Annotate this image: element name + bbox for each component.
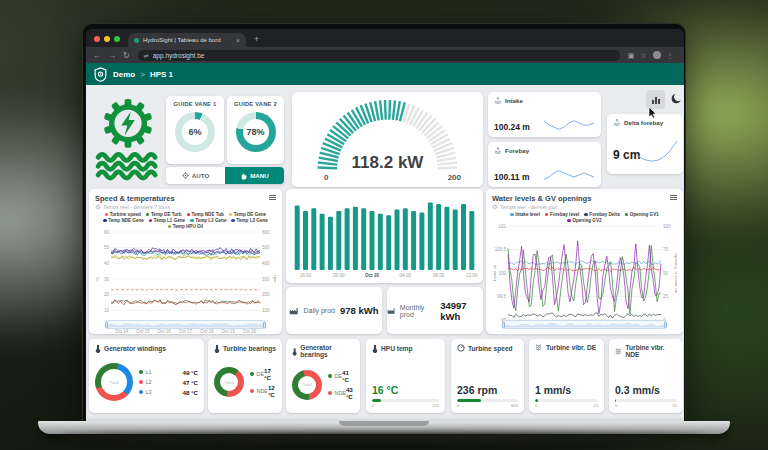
svg-text:25: 25 — [663, 294, 669, 299]
legend-item[interactable]: Temp L2 Gene — [190, 218, 226, 223]
speed-temperatures-card: Speed & temperatures Temps réel - dernie… — [89, 189, 282, 334]
control-mode-toggle: AUTO MANU — [166, 167, 284, 184]
maximize-window-button[interactable] — [114, 36, 120, 42]
chart-menu-icon[interactable] — [670, 194, 677, 200]
legend-item[interactable]: Temp L3 Gene — [231, 218, 267, 223]
guide-vane-1-donut: 6% — [175, 112, 215, 152]
svg-text:200: 200 — [262, 292, 270, 297]
minimize-window-button[interactable] — [104, 36, 110, 42]
address-bar[interactable]: ⇄ app.hydrosight.be — [138, 50, 620, 61]
browser-menu-icon[interactable]: ⋮ — [667, 52, 674, 59]
legend-item[interactable]: Temp L1 Gene — [149, 218, 185, 223]
bearing-value: 43 °C — [346, 386, 354, 400]
reload-icon[interactable]: ↻ — [123, 51, 130, 60]
meter-max: 120 — [432, 403, 439, 408]
legend-dot — [105, 213, 109, 217]
settings-gear-icon[interactable] — [492, 204, 498, 210]
water-chart-navigator[interactable] — [502, 320, 667, 329]
generator-bearings-card: Generator bearings Total DE 41 °C — [286, 339, 360, 413]
legend-dot — [250, 372, 254, 376]
legend-label: Turbine speed — [110, 212, 141, 217]
svg-text:rpm: rpm — [273, 275, 276, 283]
forward-icon[interactable]: → — [108, 51, 116, 60]
guide-vane-1-value: 6% — [175, 112, 215, 152]
meter-max: 20 — [593, 403, 598, 408]
breadcrumb-org[interactable]: Demo — [113, 70, 135, 79]
winding-label: L1 — [146, 369, 152, 375]
gauge-max-label: 200 — [448, 173, 461, 182]
turbine-speed-title: Turbine speed — [468, 345, 513, 352]
svg-text:20:00: 20:00 — [333, 273, 345, 278]
generator-windings-card: Generator windings Total L1 49 °C — [89, 339, 204, 413]
back-icon[interactable]: ← — [93, 51, 101, 60]
bearing-row: DE 41 °C — [328, 369, 354, 383]
water-levels-chart: 99099.52510050100.575101100Level, mOpeni… — [492, 223, 677, 318]
window-controls[interactable] — [94, 36, 120, 42]
svg-text:75: 75 — [663, 247, 669, 252]
svg-text:Opening %, Delta cm: Opening %, Delta cm — [674, 253, 677, 294]
navigator-handle[interactable] — [664, 321, 667, 328]
legend-dot — [168, 225, 172, 229]
legend-item[interactable]: Temp DE Turb — [146, 212, 182, 217]
auto-mode-button[interactable]: AUTO — [166, 167, 225, 184]
svg-text:60: 60 — [104, 230, 110, 235]
vibration-icon — [615, 348, 623, 355]
svg-text:Oct 15: Oct 15 — [136, 329, 150, 334]
browser-tabstrip: HydroSight | Tableau de bord × + — [86, 29, 684, 47]
legend-item[interactable]: Temp NDE Tub — [187, 212, 224, 217]
legend-item[interactable]: Opening GV1 — [625, 212, 659, 217]
factory-icon — [289, 306, 298, 315]
manu-mode-button[interactable]: MANU — [225, 167, 284, 184]
intake-card: Intake 100.24 m — [488, 92, 601, 137]
svg-text:50: 50 — [104, 245, 110, 250]
legend-dot — [146, 213, 150, 217]
svg-text:100: 100 — [663, 224, 671, 229]
svg-text:99.5: 99.5 — [497, 294, 506, 299]
navigator-handle[interactable] — [105, 321, 108, 328]
dark-mode-toggle[interactable] — [669, 91, 684, 106]
navigator-handle[interactable] — [502, 321, 505, 328]
bearing-label: NDE — [335, 390, 346, 396]
bar-chart-icon — [651, 95, 661, 105]
svg-text:Oct 17: Oct 17 — [179, 329, 193, 334]
water-chart-legend: Intake levelForebay levelForebay DeltaOp… — [492, 212, 677, 223]
water-level-icon — [494, 147, 502, 154]
legend-item[interactable]: Forebay level — [545, 212, 579, 217]
legend-item[interactable]: Temp NDE Gene — [103, 218, 144, 223]
legend-dot — [510, 213, 514, 217]
monthly-prod-card: Monthly prod 34997 kWh — [387, 287, 483, 334]
legend-item[interactable]: Forebay Delta — [584, 212, 619, 217]
moon-icon — [671, 93, 682, 104]
legend-item[interactable]: Turbine speed — [105, 212, 141, 217]
legend-dot — [545, 213, 549, 217]
breadcrumb-page[interactable]: HPS 1 — [150, 70, 173, 79]
hpu-temp-value: 16 °C — [372, 384, 439, 396]
turbine-speed-meter — [457, 399, 518, 402]
legend-dot — [250, 389, 254, 393]
bookmark-star-icon[interactable]: ☆ — [640, 52, 646, 59]
donut-center-label: Total — [214, 367, 244, 397]
auto-mode-icon — [182, 172, 189, 179]
svg-text:Oct 20: Oct 20 — [365, 273, 379, 278]
laptop-screen: HydroSight | Tableau de bord × + ← → ↻ ⇄… — [82, 23, 686, 421]
close-window-button[interactable] — [94, 36, 100, 42]
forebay-title: Forebay — [505, 147, 529, 154]
winding-row: L3 48 °C — [139, 389, 198, 396]
new-tab-button[interactable]: + — [254, 34, 259, 44]
speed-chart-navigator[interactable] — [105, 320, 266, 329]
profile-avatar[interactable] — [653, 51, 661, 59]
chart-menu-icon[interactable] — [269, 194, 276, 200]
legend-label: Temp L2 Gene — [195, 218, 226, 223]
extensions-icon[interactable]: ▣ — [628, 52, 635, 59]
legend-item[interactable]: Temp DE Gene — [229, 212, 266, 217]
turbine-vibr-nde-value: 0.3 mm/s — [615, 384, 677, 396]
settings-gear-icon[interactable] — [95, 204, 101, 210]
turbine-bearings-donut: Total — [214, 367, 244, 397]
close-tab-icon[interactable]: × — [236, 37, 240, 44]
factory-icon — [387, 306, 395, 315]
browser-toolbar: ← → ↻ ⇄ app.hydrosight.be ▣ ☆ ⋮ — [86, 47, 684, 63]
hydrosight-logo[interactable] — [94, 67, 107, 82]
legend-item[interactable]: Intake level — [510, 212, 540, 217]
navigator-handle[interactable] — [263, 321, 266, 328]
browser-tab[interactable]: HydroSight | Tableau de bord × — [128, 33, 246, 47]
